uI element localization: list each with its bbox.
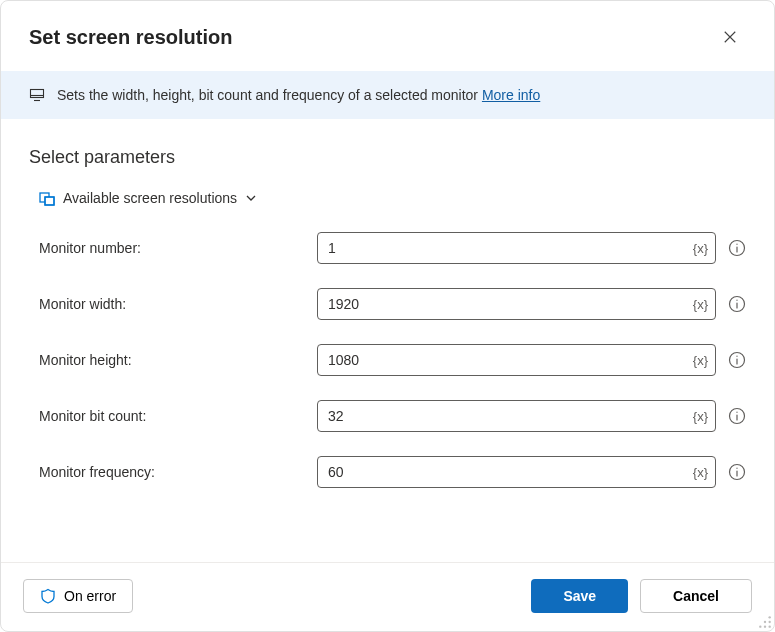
field-label: Monitor width:: [29, 296, 305, 312]
info-icon[interactable]: [728, 407, 746, 425]
svg-point-11: [764, 621, 766, 623]
shield-icon: [40, 588, 56, 604]
svg-rect-0: [31, 90, 44, 98]
info-text-content: Sets the width, height, bit count and fr…: [57, 87, 482, 103]
chevron-down-icon: [245, 192, 257, 204]
info-text: Sets the width, height, bit count and fr…: [57, 87, 540, 103]
field-row: Monitor frequency:{x}: [29, 456, 746, 488]
svg-point-13: [764, 626, 766, 628]
svg-point-12: [769, 626, 771, 628]
dialog-header: Set screen resolution: [1, 1, 774, 71]
input-wrap: {x}: [317, 344, 716, 376]
field-row: Monitor height:{x}: [29, 344, 746, 376]
svg-point-14: [759, 626, 761, 628]
input-wrap: {x}: [317, 456, 716, 488]
field-input-2[interactable]: [317, 344, 716, 376]
dialog-body: Select parameters Available screen resol…: [1, 119, 774, 562]
footer-actions: Save Cancel: [531, 579, 752, 613]
svg-point-10: [769, 621, 771, 623]
field-input-3[interactable]: [317, 400, 716, 432]
input-wrap: {x}: [317, 232, 716, 264]
info-icon[interactable]: [728, 239, 746, 257]
field-label: Monitor frequency:: [29, 464, 305, 480]
info-bar: Sets the width, height, bit count and fr…: [1, 71, 774, 119]
variable-output-icon: [39, 190, 55, 206]
variables-produced-label: Available screen resolutions: [63, 190, 237, 206]
on-error-label: On error: [64, 588, 116, 604]
field-label: Monitor number:: [29, 240, 305, 256]
variables-produced-toggle[interactable]: Available screen resolutions: [39, 190, 257, 206]
dialog: Set screen resolution Sets the width, he…: [0, 0, 775, 632]
svg-rect-2: [45, 197, 54, 205]
insert-variable-button[interactable]: {x}: [693, 241, 708, 256]
input-wrap: {x}: [317, 288, 716, 320]
field-row: Monitor bit count:{x}: [29, 400, 746, 432]
field-input-0[interactable]: [317, 232, 716, 264]
on-error-button[interactable]: On error: [23, 579, 133, 613]
dialog-title: Set screen resolution: [29, 26, 232, 49]
info-icon[interactable]: [728, 295, 746, 313]
svg-point-9: [769, 616, 771, 618]
info-icon[interactable]: [728, 463, 746, 481]
insert-variable-button[interactable]: {x}: [693, 409, 708, 424]
save-button[interactable]: Save: [531, 579, 628, 613]
field-row: Monitor width:{x}: [29, 288, 746, 320]
input-wrap: {x}: [317, 400, 716, 432]
insert-variable-button[interactable]: {x}: [693, 353, 708, 368]
field-input-1[interactable]: [317, 288, 716, 320]
dialog-footer: On error Save Cancel: [1, 562, 774, 631]
close-button[interactable]: [714, 21, 746, 53]
info-icon[interactable]: [728, 351, 746, 369]
workstation-icon: [29, 87, 45, 103]
section-title: Select parameters: [29, 147, 746, 168]
field-label: Monitor bit count:: [29, 408, 305, 424]
more-info-link[interactable]: More info: [482, 87, 540, 103]
field-label: Monitor height:: [29, 352, 305, 368]
field-row: Monitor number:{x}: [29, 232, 746, 264]
fields-container: Monitor number:{x}Monitor width:{x}Monit…: [29, 232, 746, 488]
close-icon: [723, 30, 737, 44]
cancel-button[interactable]: Cancel: [640, 579, 752, 613]
resize-handle-icon[interactable]: [758, 615, 772, 629]
insert-variable-button[interactable]: {x}: [693, 297, 708, 312]
field-input-4[interactable]: [317, 456, 716, 488]
insert-variable-button[interactable]: {x}: [693, 465, 708, 480]
